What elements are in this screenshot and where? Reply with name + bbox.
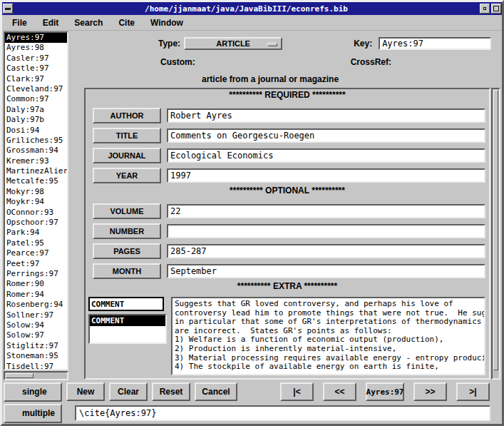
extra-row: COMMENT Suggests that GR loved controver… — [86, 297, 489, 378]
sidebar-hscrollbar[interactable] — [4, 371, 68, 380]
author-field[interactable] — [167, 108, 485, 123]
main-vscrollbar[interactable] — [491, 88, 500, 380]
cancel-button[interactable]: Cancel — [195, 382, 237, 401]
window-menu-icon[interactable] — [3, 4, 13, 14]
list-item[interactable]: Patel:95 — [5, 238, 67, 248]
maximize-icon[interactable] — [491, 4, 501, 14]
list-item[interactable]: Tisdell:97 — [5, 362, 67, 371]
multiple-mode-button[interactable]: multiple — [4, 404, 62, 423]
list-item[interactable]: Ayres:97 — [5, 33, 67, 43]
record-nav: |< << Ayres:97 >> >| — [280, 382, 490, 401]
field-row: MONTH — [86, 261, 489, 281]
field-row: NUMBER — [86, 221, 489, 241]
pages-label: PAGES — [93, 243, 161, 259]
list-item[interactable]: Opschoor:97 — [5, 218, 67, 228]
nav-prev-button[interactable]: << — [323, 382, 356, 401]
type-label: Type: — [158, 39, 180, 49]
list-item[interactable]: Stoneman:95 — [5, 351, 67, 361]
sidebar-hscrollbar-thumb[interactable] — [6, 373, 34, 378]
app-window: /home/jjanmaat/java/JavaBibIII/econrefs.… — [0, 0, 504, 426]
journal-field[interactable] — [167, 148, 485, 163]
action-bar: single New Clear Reset Cancel |< << Ayre… — [2, 381, 502, 402]
extra-field-list[interactable]: COMMENT — [88, 314, 167, 344]
middle-area: Ayres:97 Ayres:98 Casler:97 Castle:97 Cl… — [2, 31, 502, 381]
single-mode-button[interactable]: single — [4, 382, 62, 402]
list-item[interactable]: Ayres:98 — [5, 43, 67, 53]
list-item[interactable]: Stiglitz:97 — [5, 341, 67, 351]
cite-input[interactable] — [75, 405, 490, 421]
main-area: Type: ARTICLE Key: Custom: CrossRef: art… — [69, 31, 502, 381]
nav-first-button[interactable]: |< — [280, 382, 314, 401]
list-item[interactable]: Romer:90 — [5, 279, 67, 289]
month-field[interactable] — [167, 264, 485, 278]
iconify-icon[interactable] — [480, 4, 490, 14]
list-item[interactable]: Kremer:93 — [5, 156, 67, 166]
cite-bar: multiple — [2, 402, 502, 424]
new-button[interactable]: New — [66, 382, 105, 401]
list-item[interactable]: Mokyr:98 — [5, 187, 67, 197]
extra-field-name-input[interactable] — [88, 297, 164, 311]
list-item[interactable]: Moykr:94 — [5, 197, 67, 207]
main-vscrollbar-thumb[interactable] — [493, 90, 498, 370]
maximize-glyph-icon — [493, 6, 499, 11]
nav-current-button[interactable]: Ayres:97 — [366, 382, 404, 401]
title-label: TITLE — [93, 128, 161, 143]
list-item[interactable]: Metcalfe:95 — [5, 176, 67, 186]
list-item[interactable]: Grossman:94 — [5, 146, 67, 156]
pages-field[interactable] — [167, 244, 485, 258]
journal-label: JOURNAL — [93, 148, 161, 163]
list-item[interactable]: Pearce:97 — [5, 248, 67, 258]
required-section-header: ********** REQUIRED ********** — [86, 90, 489, 106]
key-input[interactable] — [379, 37, 491, 50]
list-item[interactable]: Perrings:97 — [5, 269, 67, 279]
field-row: TITLE — [86, 126, 489, 146]
extra-section-header: ********** EXTRA ********** — [86, 281, 489, 297]
list-item[interactable]: Clark:97 — [5, 74, 67, 84]
field-row: AUTHOR — [86, 106, 489, 126]
crossref-label: CrossRef: — [351, 57, 391, 67]
sidebar: Ayres:97 Ayres:98 Casler:97 Castle:97 Cl… — [2, 31, 69, 381]
menu-item-search[interactable]: Search — [74, 18, 103, 28]
year-field[interactable] — [167, 168, 485, 183]
nav-last-button[interactable]: >| — [456, 382, 490, 401]
list-item[interactable]: Dosi:94 — [5, 126, 67, 136]
nav-next-button[interactable]: >> — [413, 382, 447, 401]
comment-textarea[interactable]: Suggests that GR loved controversy, and … — [171, 297, 485, 375]
clear-button[interactable]: Clear — [109, 382, 148, 401]
list-item[interactable]: Common:97 — [5, 94, 67, 104]
menu-item-window[interactable]: Window — [150, 18, 183, 28]
list-item[interactable]: OConnor:93 — [5, 208, 67, 218]
list-item[interactable]: Casler:97 — [5, 54, 67, 64]
optional-section-header: ********** OPTIONAL ********** — [86, 186, 489, 201]
extra-field-list-item[interactable]: COMMENT — [90, 315, 165, 326]
extra-field-column: COMMENT — [88, 297, 167, 375]
fields-panel: ********** REQUIRED ********** AUTHOR TI… — [84, 88, 490, 380]
entry-type-description: article from a journal or magazine — [202, 74, 339, 84]
dropdown-handle-icon — [267, 43, 277, 46]
citation-list[interactable]: Ayres:97 Ayres:98 Casler:97 Castle:97 Cl… — [4, 31, 68, 370]
menu-item-file[interactable]: File — [12, 18, 27, 28]
list-item[interactable]: Sollner:97 — [5, 310, 67, 320]
list-item[interactable]: Castle:97 — [5, 64, 67, 73]
list-item[interactable]: Daly:97a — [5, 105, 67, 115]
type-dropdown[interactable]: ARTICLE — [184, 37, 282, 50]
window-menu-glyph-icon — [5, 8, 11, 10]
list-item[interactable]: MartinezAlier:9 — [5, 166, 67, 176]
list-item[interactable]: Griliches:95 — [5, 136, 67, 146]
list-item[interactable]: Romer:94 — [5, 290, 67, 300]
title-field[interactable] — [167, 128, 485, 143]
titlebar: /home/jjanmaat/java/JavaBibIII/econrefs.… — [2, 2, 502, 15]
menu-item-edit[interactable]: Edit — [43, 18, 59, 28]
volume-field[interactable] — [167, 204, 485, 218]
list-item[interactable]: Rosenberg:94 — [5, 300, 67, 310]
number-field[interactable] — [167, 224, 485, 238]
list-item[interactable]: Park:94 — [5, 228, 67, 238]
list-item[interactable]: Peet:97 — [5, 259, 67, 269]
reset-button[interactable]: Reset — [152, 382, 190, 401]
list-item[interactable]: Solow:94 — [5, 320, 67, 330]
list-item[interactable]: Daly:97b — [5, 115, 67, 125]
list-item[interactable]: Cleveland:97 — [5, 84, 67, 94]
list-item[interactable]: Solow:97 — [5, 330, 67, 340]
menu-item-cite[interactable]: Cite — [118, 18, 135, 28]
menubar: File Edit Search Cite Window — [2, 15, 502, 31]
